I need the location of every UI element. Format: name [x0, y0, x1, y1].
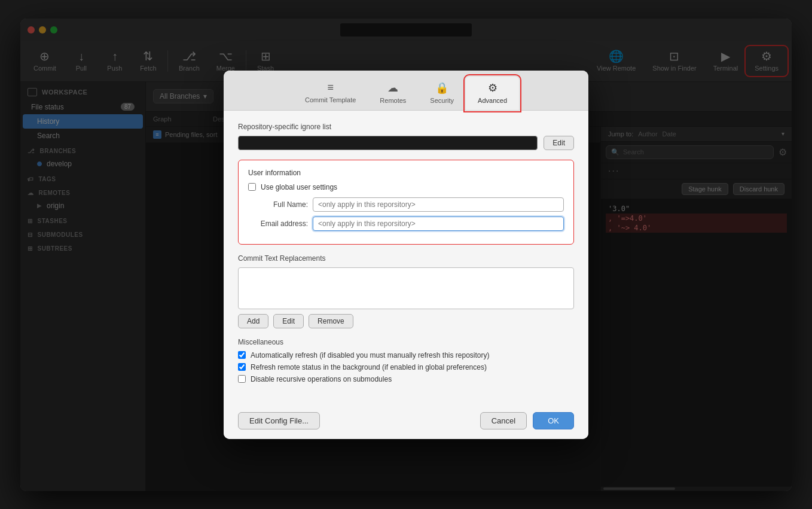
tab-advanced[interactable]: ⚙ Advanced: [466, 77, 519, 110]
full-name-row: Full Name:: [248, 197, 564, 212]
commit-template-tab-label: Commit Template: [305, 96, 356, 103]
remote-refresh-checkbox[interactable]: [238, 363, 246, 371]
tab-commit-template[interactable]: ≡ Commit Template: [293, 77, 368, 110]
modal-body: Repository-specific ignore list Edit Use…: [224, 111, 588, 405]
user-info-box: User information Use global user setting…: [238, 160, 574, 245]
ignore-field: [238, 136, 538, 150]
remotes-tab-label: Remotes: [380, 97, 406, 104]
disable-recursive-checkbox[interactable]: [238, 375, 246, 383]
ok-button[interactable]: OK: [533, 412, 574, 429]
remove-replacement-button[interactable]: Remove: [309, 314, 353, 328]
modal-footer: Edit Config File... Cancel OK: [224, 405, 588, 439]
email-label: Email address:: [248, 220, 308, 228]
remote-refresh-label: Refresh remote status in the background …: [251, 363, 487, 371]
commit-template-tab-icon: ≡: [327, 81, 334, 94]
advanced-tab-icon: ⚙: [488, 81, 497, 95]
misc-section: Miscellaneous Automatically refresh (if …: [238, 338, 574, 383]
remotes-tab-icon: ☁: [387, 81, 398, 95]
ignore-row: Edit: [238, 136, 574, 150]
security-tab-icon: 🔒: [435, 81, 448, 95]
add-replacement-button[interactable]: Add: [238, 314, 268, 328]
security-tab-label: Security: [430, 97, 454, 104]
misc-checkbox-3-row: Disable recursive operations on submodul…: [238, 375, 574, 383]
text-replace-area[interactable]: [238, 267, 574, 309]
misc-checkbox-1-row: Automatically refresh (if disabled you m…: [238, 351, 574, 359]
tab-security[interactable]: 🔒 Security: [418, 77, 466, 110]
disable-recursive-label: Disable recursive operations on submodul…: [251, 375, 392, 383]
email-row: Email address:: [248, 217, 564, 231]
commit-text-section: Commit Text Replacements Add Edit Remove: [238, 254, 574, 328]
email-input[interactable]: [313, 217, 564, 231]
global-settings-label: Use global user settings: [261, 183, 337, 191]
ignore-edit-button[interactable]: Edit: [544, 136, 574, 150]
full-name-label: Full Name:: [248, 200, 308, 209]
global-settings-checkbox-row: Use global user settings: [248, 183, 564, 191]
footer-left: Edit Config File...: [238, 412, 320, 429]
auto-refresh-label: Automatically refresh (if disabled you m…: [251, 351, 490, 359]
settings-modal: ≡ Commit Template ☁ Remotes 🔒 Security ⚙…: [224, 71, 588, 439]
footer-right: Cancel OK: [480, 412, 574, 429]
cancel-button[interactable]: Cancel: [480, 412, 527, 429]
auto-refresh-checkbox[interactable]: [238, 351, 246, 359]
modal-overlay: ≡ Commit Template ☁ Remotes 🔒 Security ⚙…: [20, 19, 792, 491]
main-window: ⊕ Commit ↓ Pull ↑ Push ⇅ Fetch ⎇ Branch …: [20, 19, 792, 491]
user-info-title: User information: [248, 169, 564, 177]
edit-config-button[interactable]: Edit Config File...: [238, 412, 320, 429]
text-replace-buttons: Add Edit Remove: [238, 314, 574, 328]
misc-checkbox-2-row: Refresh remote status in the background …: [238, 363, 574, 371]
misc-title: Miscellaneous: [238, 338, 574, 346]
tab-remotes[interactable]: ☁ Remotes: [368, 77, 418, 110]
advanced-tab-label: Advanced: [478, 97, 507, 104]
global-settings-checkbox[interactable]: [248, 183, 256, 191]
commit-text-label: Commit Text Replacements: [238, 254, 574, 263]
modal-tab-bar: ≡ Commit Template ☁ Remotes 🔒 Security ⚙…: [224, 71, 588, 111]
full-name-input[interactable]: [313, 197, 564, 212]
ignore-section-label: Repository-specific ignore list: [238, 123, 574, 131]
edit-replacement-button[interactable]: Edit: [273, 314, 304, 328]
